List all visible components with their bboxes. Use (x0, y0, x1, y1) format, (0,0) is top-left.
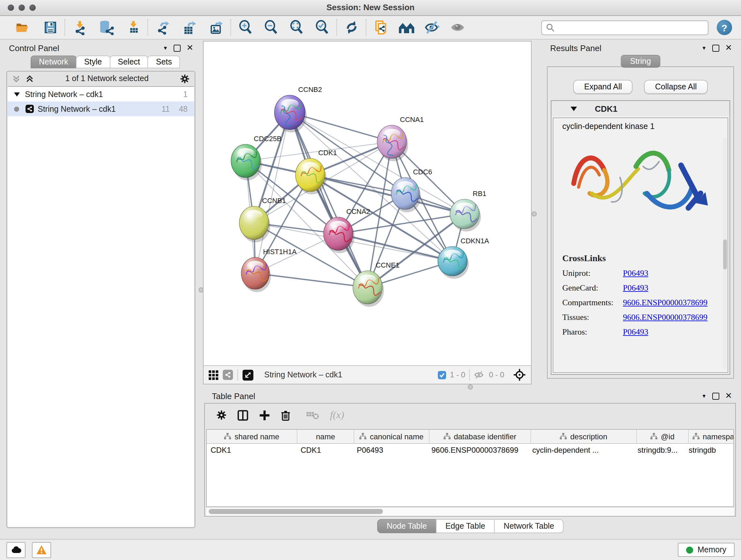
export-network-icon[interactable] (153, 18, 172, 37)
table-options-gear-icon[interactable] (216, 410, 226, 420)
close-panel-icon[interactable]: ✕ (725, 45, 732, 51)
collapse-all-button[interactable]: Collapse All (644, 80, 708, 94)
tab-sets[interactable]: Sets (148, 56, 180, 68)
zoom-out-icon[interactable] (262, 18, 281, 37)
right-splitter[interactable] (532, 41, 536, 384)
network-edge[interactable] (290, 112, 367, 287)
crosslink-link[interactable]: P06493 (623, 327, 648, 337)
column-header-name[interactable]: name (297, 430, 354, 443)
zoom-selected-icon[interactable] (313, 18, 332, 37)
selected-indicator-checkbox[interactable] (438, 371, 446, 379)
network-canvas[interactable]: CCNB2CCNA1CDC25BCDK1CDC6RB1CCNB1CCNA2CDK… (204, 42, 531, 366)
column-header-database-identifier[interactable]: database identifier (429, 430, 531, 443)
tab-node-table[interactable]: Node Table (377, 519, 436, 533)
float-panel-icon[interactable]: ▼ (701, 45, 706, 51)
float-panel-icon[interactable]: ▼ (163, 45, 168, 51)
close-panel-icon[interactable]: ✕ (186, 45, 193, 51)
network-node-ccnb1[interactable] (239, 206, 270, 242)
float-panel-icon[interactable]: ▼ (701, 393, 706, 399)
undock-panel-icon[interactable] (712, 392, 719, 399)
import-network-database-icon[interactable] (97, 18, 116, 37)
close-panel-icon[interactable]: ✕ (725, 393, 732, 399)
apply-layout-icon[interactable] (342, 18, 361, 37)
help-button[interactable]: ? (717, 20, 732, 35)
network-collection-row[interactable]: String Network – cdk1 1 (8, 87, 194, 102)
table-cell[interactable]: CDK1 (297, 444, 353, 456)
network-edge[interactable] (255, 273, 367, 287)
crosslink-link[interactable]: 9606.ENSP00000378699 (623, 312, 708, 322)
crosslink-link[interactable]: P06493 (623, 268, 648, 278)
hide-selected-icon[interactable] (422, 18, 442, 37)
column-header-description[interactable]: description (531, 430, 637, 443)
save-session-icon[interactable] (41, 18, 60, 37)
tab-style[interactable]: Style (76, 56, 111, 68)
import-network-icon[interactable] (70, 18, 89, 37)
show-all-icon[interactable] (448, 18, 467, 37)
column-header-namespace[interactable]: namespace (689, 430, 734, 443)
tab-network[interactable]: Network (30, 56, 77, 68)
duplicate-network-icon[interactable] (372, 18, 391, 37)
table-row[interactable]: CDK1CDK1P064939606.ENSP00000378699cyclin… (207, 444, 733, 456)
table-cell[interactable]: cyclin-dependent ... (529, 444, 634, 456)
network-node-cdc25b[interactable] (231, 144, 262, 180)
table-cell[interactable]: 9606.ENSP00000378699 (428, 444, 529, 456)
open-session-icon[interactable] (13, 18, 32, 37)
table-horizontal-scrollbar[interactable] (206, 507, 734, 516)
collapse-all-icon[interactable] (25, 74, 34, 83)
zoom-fit-icon[interactable] (287, 18, 307, 37)
network-node-ccna2[interactable] (324, 217, 354, 253)
table-cell[interactable]: stringdb (685, 444, 734, 456)
column-header-canonical-name[interactable]: canonical name (354, 430, 429, 443)
network-node-cdkn1a[interactable] (438, 246, 469, 279)
table-cell[interactable]: CDK1 (207, 444, 297, 456)
warnings-button[interactable] (32, 542, 51, 558)
network-node-rb1[interactable] (450, 199, 481, 232)
network-view-icon[interactable] (223, 370, 233, 380)
create-column-icon[interactable] (259, 410, 270, 421)
network-node-ccnb2[interactable] (274, 95, 307, 132)
left-splitter[interactable] (199, 41, 203, 531)
collapse-entry-icon[interactable] (570, 105, 577, 112)
function-builder-icon[interactable]: f(x) (330, 409, 344, 421)
crosslink-link[interactable]: 9606.ENSP00000378699 (623, 298, 708, 308)
search-box[interactable] (541, 20, 709, 35)
network-node-hist1h1a[interactable] (241, 257, 271, 292)
delete-column-icon[interactable] (281, 410, 290, 421)
tab-select[interactable]: Select (110, 56, 148, 68)
undock-panel-icon[interactable] (174, 44, 181, 51)
export-image-icon[interactable] (207, 18, 226, 37)
undock-panel-icon[interactable] (712, 44, 719, 51)
export-table-icon[interactable] (180, 18, 199, 37)
search-input[interactable] (555, 22, 704, 33)
fit-content-icon[interactable] (513, 368, 526, 381)
cloud-status-button[interactable] (6, 542, 25, 558)
show-columns-icon[interactable] (238, 410, 248, 421)
network-node-cdc6[interactable] (391, 178, 421, 212)
column-header--id[interactable]: @id (637, 430, 689, 443)
results-scrollbar[interactable] (723, 137, 727, 370)
options-gear-icon[interactable] (180, 74, 190, 83)
tab-string[interactable]: String (620, 55, 660, 68)
expand-all-button[interactable]: Expand All (574, 80, 633, 94)
network-edge[interactable] (338, 234, 453, 261)
network-node-ccna1[interactable] (377, 125, 408, 161)
birdseye-view-icon[interactable] (243, 369, 253, 380)
collapse-arrow-icon[interactable] (14, 91, 20, 97)
network-row[interactable]: String Network – cdk1 11 48 (8, 102, 194, 116)
expand-all-icon[interactable] (12, 74, 20, 83)
delete-table-icon[interactable] (307, 410, 319, 420)
crosslink-link[interactable]: P06493 (623, 283, 648, 293)
network-node-ccne1[interactable] (353, 271, 384, 307)
first-neighbors-icon[interactable] (397, 18, 416, 37)
tab-network-table[interactable]: Network Table (494, 519, 563, 533)
table-cell[interactable]: P06493 (353, 444, 428, 456)
import-table-icon[interactable] (124, 18, 143, 37)
zoom-in-icon[interactable] (236, 18, 255, 37)
tab-edge-table[interactable]: Edge Table (436, 519, 495, 533)
bottom-splitter[interactable] (203, 384, 737, 389)
table-cell[interactable]: stringdb:9... (634, 444, 685, 456)
column-header-shared-name[interactable]: shared name (207, 430, 297, 443)
network-node-cdk1[interactable] (295, 159, 327, 194)
grid-view-icon[interactable] (209, 370, 218, 380)
memory-button[interactable]: Memory (678, 543, 735, 557)
